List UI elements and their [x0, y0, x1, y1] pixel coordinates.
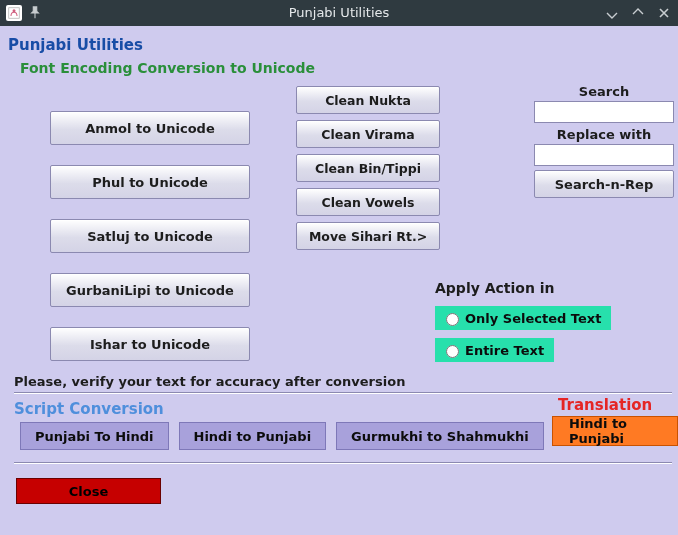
verify-note: Please, verify your text for accuracy af…	[14, 374, 405, 389]
search-input[interactable]	[534, 101, 674, 123]
divider-1	[14, 392, 672, 394]
clean-bindi-tippi-button[interactable]: Clean Bin/Tippi	[296, 154, 440, 182]
section-title-font-encoding: Font Encoding Conversion to Unicode	[0, 56, 678, 80]
radio-entire-text-input[interactable]	[446, 345, 459, 358]
window-title: Punjabi Utilities	[0, 0, 678, 26]
search-replace-box: Search Replace with Search-n-Rep	[534, 84, 674, 198]
clean-nukta-button[interactable]: Clean Nukta	[296, 86, 440, 114]
ishar-to-unicode-button[interactable]: Ishar to Unicode	[50, 327, 250, 361]
radio-only-selected-text-label: Only Selected Text	[465, 311, 601, 326]
radio-only-selected-text-input[interactable]	[446, 313, 459, 326]
script-conversion-buttons: Punjabi To Hindi Hindi to Punjabi Gurmuk…	[20, 422, 544, 450]
satluj-to-unicode-button[interactable]: Satluj to Unicode	[50, 219, 250, 253]
hindi-to-punjabi-button[interactable]: Hindi to Punjabi	[179, 422, 327, 450]
radio-entire-text[interactable]: Entire Text	[435, 338, 554, 362]
svg-point-1	[13, 9, 16, 12]
gurbanilipi-to-unicode-button[interactable]: GurbaniLipi to Unicode	[50, 273, 250, 307]
apply-action-title: Apply Action in	[435, 280, 611, 296]
app-icon	[6, 5, 22, 21]
minimize-button[interactable]	[604, 5, 620, 21]
translation-title: Translation	[558, 396, 652, 414]
anmol-to-unicode-button[interactable]: Anmol to Unicode	[50, 111, 250, 145]
divider-2	[14, 462, 672, 464]
window-titlebar: Punjabi Utilities	[0, 0, 678, 26]
cleanup-column: Clean Nukta Clean Virama Clean Bin/Tippi…	[296, 86, 440, 250]
pin-icon[interactable]	[28, 6, 42, 20]
radio-only-selected-text[interactable]: Only Selected Text	[435, 306, 611, 330]
clean-vowels-button[interactable]: Clean Vowels	[296, 188, 440, 216]
apply-action-box: Apply Action in Only Selected Text Entir…	[435, 280, 611, 370]
app-title: Punjabi Utilities	[0, 28, 678, 56]
translate-hindi-to-punjabi-button[interactable]: Hindi to Punjabi	[552, 416, 678, 446]
maximize-button[interactable]	[630, 5, 646, 21]
radio-entire-text-label: Entire Text	[465, 343, 544, 358]
close-window-button[interactable]	[656, 5, 672, 21]
main-panel: Punjabi Utilities Font Encoding Conversi…	[0, 26, 678, 535]
search-label: Search	[534, 84, 674, 99]
close-button[interactable]: Close	[16, 478, 161, 504]
search-replace-button[interactable]: Search-n-Rep	[534, 170, 674, 198]
move-sihari-right-button[interactable]: Move Sihari Rt.>	[296, 222, 440, 250]
punjabi-to-hindi-button[interactable]: Punjabi To Hindi	[20, 422, 169, 450]
gurmukhi-to-shahmukhi-button[interactable]: Gurmukhi to Shahmukhi	[336, 422, 544, 450]
replace-input[interactable]	[534, 144, 674, 166]
replace-label: Replace with	[534, 127, 674, 142]
phul-to-unicode-button[interactable]: Phul to Unicode	[50, 165, 250, 199]
clean-virama-button[interactable]: Clean Virama	[296, 120, 440, 148]
script-conversion-title: Script Conversion	[14, 400, 164, 418]
font-conversion-column: Anmol to Unicode Phul to Unicode Satluj …	[50, 111, 250, 361]
